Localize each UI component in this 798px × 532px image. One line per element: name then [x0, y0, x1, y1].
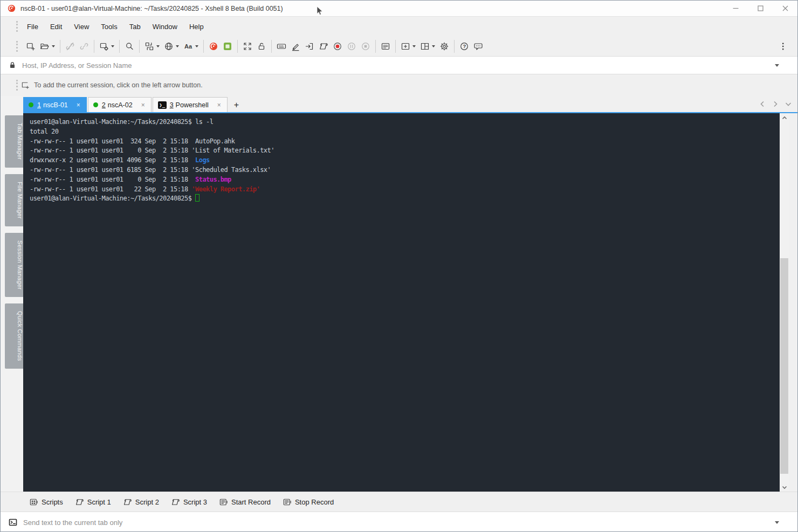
toolbar-group — [396, 40, 455, 53]
menu-tools[interactable]: Tools — [95, 20, 123, 33]
script-1-button[interactable]: Script 1 — [71, 495, 115, 509]
new-tab-button[interactable] — [398, 40, 418, 53]
logging-button[interactable] — [302, 40, 317, 53]
chevron-down-icon[interactable] — [785, 100, 792, 108]
script-button-label: Script 1 — [87, 498, 111, 506]
svg-text:?: ? — [463, 43, 466, 49]
host-address-input[interactable] — [22, 61, 769, 70]
font-button[interactable]: Aa — [181, 40, 201, 53]
find-button[interactable] — [122, 40, 136, 53]
dropdown-caret-icon[interactable] — [412, 45, 416, 47]
script-3-button[interactable]: Script 3 — [167, 495, 211, 509]
menu-file[interactable]: File — [21, 20, 44, 33]
xftp-logo-button[interactable] — [221, 40, 235, 53]
terminal-text: user01@alan-Virtual-Machine:~/Tasks/2024… — [30, 118, 213, 126]
terminal-text: -rw-rw-r-- 1 user01 user01 0 Sep 2 15:18 — [30, 176, 195, 183]
menu-view[interactable]: View — [68, 20, 95, 33]
side-tab-tab-manager[interactable]: Tab Manager — [5, 115, 23, 168]
terminal-screen[interactable]: user01@alan-Virtual-Machine:~/Tasks/2024… — [23, 113, 780, 492]
scrollbar-thumb[interactable] — [780, 258, 788, 474]
scripts-button[interactable]: Scripts — [25, 495, 67, 509]
minimize-button[interactable] — [723, 1, 748, 16]
session-tab-nscb-01[interactable]: 1nscB-01× — [23, 97, 87, 112]
menu-help[interactable]: Help — [183, 20, 210, 33]
settings-gear-button[interactable] — [437, 40, 451, 53]
lock-icon — [257, 42, 266, 51]
new-tab-button[interactable]: + — [229, 100, 244, 112]
help-button[interactable]: ? — [457, 40, 471, 53]
reconnect-button[interactable] — [77, 40, 91, 53]
script-button-label: Script 3 — [183, 498, 207, 506]
terminal-text-directory: Logs — [195, 156, 210, 164]
address-dropdown-caret-icon[interactable] — [775, 64, 779, 67]
file-transfer-button[interactable] — [142, 40, 162, 53]
maximize-button[interactable] — [748, 1, 773, 16]
tab-close-button[interactable]: × — [216, 101, 222, 109]
tab-bar: 1nscB-01×2nscA-02×❯_3Powershell× + — [23, 96, 797, 113]
side-tab-quick-commands[interactable]: Quick Commands — [5, 303, 23, 369]
terminal-text: drwxrwxr-x 2 user01 user01 4096 Sep 2 15… — [30, 156, 195, 164]
highlight-icon — [291, 42, 300, 51]
dropdown-caret-icon[interactable] — [52, 45, 55, 47]
fullscreen-button[interactable] — [240, 40, 254, 53]
dropdown-caret-icon[interactable] — [156, 45, 160, 47]
menu-window[interactable]: Window — [147, 20, 183, 33]
find-icon — [125, 42, 134, 51]
menu-tab[interactable]: Tab — [123, 20, 147, 33]
tab-close-button[interactable]: × — [140, 101, 146, 109]
session-tab-powershell[interactable]: ❯_3Powershell× — [153, 97, 228, 112]
open-folder-button[interactable] — [38, 40, 57, 53]
toolbar-group — [272, 40, 376, 53]
right-margin — [789, 113, 797, 492]
pause-button[interactable] — [345, 40, 359, 53]
lock-button[interactable] — [254, 40, 269, 53]
side-tab-session-manager[interactable]: Session Manager — [5, 233, 23, 298]
menu-gripper[interactable] — [16, 21, 18, 32]
send-dropdown-caret-icon[interactable] — [775, 521, 779, 524]
session-tab-nsca-02[interactable]: 2nscA-02× — [88, 97, 152, 112]
scroll-up-button[interactable] — [780, 113, 789, 122]
stop-button[interactable] — [359, 40, 373, 53]
dropdown-caret-icon[interactable] — [176, 45, 179, 47]
stop-record-button[interactable]: Stop Record — [279, 495, 338, 509]
side-panel-tabs: Tab ManagerFile ManagerSession ManagerQu… — [1, 96, 23, 492]
record-button[interactable] — [331, 40, 345, 53]
window-controls — [723, 1, 797, 16]
more-vertical-icon — [778, 42, 788, 51]
run-script-button[interactable] — [317, 40, 331, 53]
toolbar-gripper[interactable] — [16, 41, 18, 52]
new-session-button[interactable] — [24, 40, 38, 53]
script-2-button[interactable]: Script 2 — [119, 495, 163, 509]
toolbar-group — [21, 40, 60, 53]
chevron-left-icon[interactable] — [759, 100, 766, 108]
toolbar-group — [120, 40, 140, 53]
toolbar-overflow-button[interactable] — [776, 40, 790, 53]
web-browser-button[interactable] — [162, 40, 181, 53]
start-record-button[interactable]: Start Record — [215, 495, 274, 509]
tab-label: Powershell — [176, 101, 209, 109]
dropdown-caret-icon[interactable] — [111, 45, 114, 47]
xshell-logo-button[interactable] — [207, 40, 221, 53]
tab-number: 3 — [170, 101, 174, 109]
add-session-window-icon[interactable] — [21, 81, 34, 90]
dropdown-caret-icon[interactable] — [195, 45, 198, 47]
session-properties-button[interactable] — [97, 40, 116, 53]
close-button[interactable] — [773, 1, 797, 16]
scroll-down-button[interactable] — [780, 482, 789, 492]
toolbar: Aa? — [1, 36, 797, 56]
info-gripper[interactable] — [16, 80, 18, 91]
compose-bar-button[interactable] — [274, 40, 288, 53]
disconnect-button[interactable] — [63, 40, 77, 53]
properties-panel-button[interactable] — [379, 40, 393, 53]
chevron-right-icon[interactable] — [772, 100, 779, 108]
dropdown-caret-icon[interactable] — [432, 45, 435, 47]
new-session-icon — [26, 42, 36, 51]
side-tab-file-manager[interactable]: File Manager — [5, 174, 23, 226]
send-text-input[interactable] — [23, 519, 769, 527]
pause-icon — [347, 42, 356, 51]
split-layout-button[interactable] — [418, 40, 437, 53]
feedback-button[interactable] — [471, 40, 485, 53]
tab-close-button[interactable]: × — [75, 101, 81, 109]
highlight-button[interactable] — [288, 40, 302, 53]
menu-edit[interactable]: Edit — [44, 20, 68, 33]
